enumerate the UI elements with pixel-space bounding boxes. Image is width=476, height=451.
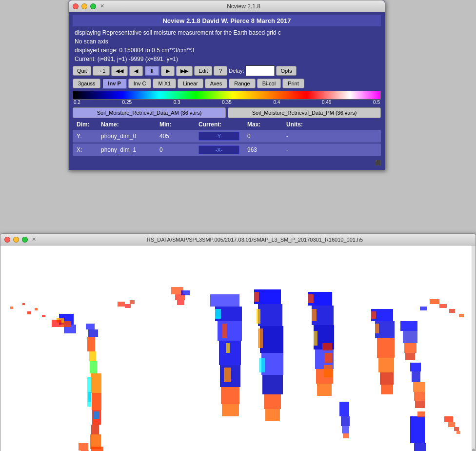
svg-rect-81 xyxy=(410,416,425,443)
svg-rect-25 xyxy=(221,387,239,404)
fastfwd-button[interactable]: ▶▶ xyxy=(176,66,193,76)
svg-rect-11 xyxy=(91,447,103,451)
svg-rect-26 xyxy=(222,404,239,416)
info-line-1: displaying Representative soil moisture … xyxy=(73,28,381,37)
header-title-bar: Ncview 2.1.8 David W. Pierce 8 March 201… xyxy=(73,15,381,26)
top-window-content: Ncview 2.1.8 David W. Pierce 8 March 201… xyxy=(69,12,385,170)
dim-y-current-box: -Y- xyxy=(198,132,239,141)
pause-button[interactable]: ⏸ xyxy=(144,65,159,76)
bottom-titlebar: ✕ RS_DATA/SMAP/SPL3SMP.005/2017.03.01/SM… xyxy=(0,234,476,246)
dim-row-x: X: phony_dim_1 0 -X- 963 - xyxy=(73,144,381,156)
bottom-maximize-button[interactable] xyxy=(22,237,28,243)
svg-rect-78 xyxy=(449,309,455,313)
svg-rect-35 xyxy=(262,375,283,394)
bottom-minimize-button[interactable] xyxy=(13,237,19,243)
svg-rect-29 xyxy=(226,343,230,353)
svg-rect-67 xyxy=(412,371,420,382)
svg-rect-69 xyxy=(414,392,425,401)
svg-rect-73 xyxy=(42,315,45,317)
axes-button[interactable]: Axes xyxy=(205,79,227,88)
svg-rect-3 xyxy=(87,337,95,351)
svg-rect-1 xyxy=(86,324,95,329)
goto1-button[interactable]: →1 xyxy=(93,66,110,76)
svg-rect-75 xyxy=(10,307,13,309)
svg-rect-23 xyxy=(219,341,241,365)
svg-rect-62 xyxy=(400,321,417,331)
svg-rect-96 xyxy=(444,416,453,422)
play-button[interactable]: ▶ xyxy=(161,66,175,76)
svg-rect-97 xyxy=(448,422,455,427)
tick-4: 0.4 xyxy=(273,100,280,105)
dim-y-name: phony_dim_0 xyxy=(97,133,156,140)
quit-button[interactable]: Quit xyxy=(73,66,91,76)
svg-rect-39 xyxy=(257,309,260,324)
svg-rect-94 xyxy=(125,304,131,308)
svg-rect-38 xyxy=(254,292,259,302)
dim-x-units: - xyxy=(282,146,321,153)
dim-x-current[interactable]: -X- xyxy=(195,145,243,154)
minimize-button[interactable] xyxy=(81,3,87,9)
svg-rect-52 xyxy=(325,353,332,363)
bicol-button[interactable]: Bi-col xyxy=(257,79,281,88)
svg-rect-72 xyxy=(35,308,38,310)
prev-button[interactable]: ◀ xyxy=(129,66,143,76)
edit-button[interactable]: Edit xyxy=(194,66,212,76)
colorbar xyxy=(73,91,381,100)
dim-y-units: - xyxy=(282,133,321,140)
tick-5: 0.45 xyxy=(322,100,331,105)
svg-rect-84 xyxy=(417,411,425,417)
svg-rect-86 xyxy=(341,416,350,426)
svg-rect-82 xyxy=(414,443,426,451)
map-visualization xyxy=(0,246,476,451)
svg-rect-92 xyxy=(181,290,190,295)
rewind-button[interactable]: ◀◀ xyxy=(111,66,128,76)
mx1-button[interactable]: M X1 xyxy=(153,79,176,88)
bottom-close-button[interactable] xyxy=(4,237,10,243)
dim-y-current[interactable]: -Y- xyxy=(195,132,243,141)
svg-rect-53 xyxy=(324,365,333,377)
bottom-x-icon: ✕ xyxy=(32,236,36,243)
min-header: Min: xyxy=(156,121,195,128)
opts-button[interactable]: Opts xyxy=(276,66,296,76)
svg-rect-51 xyxy=(322,343,332,350)
tick-1: 0.25 xyxy=(122,100,132,105)
playback-controls: Quit →1 ◀◀ ◀ ⏸ ▶ ▶▶ Edit ? Delay: Opts xyxy=(73,65,381,76)
svg-rect-22 xyxy=(218,321,242,341)
vertical-scrollbar[interactable] xyxy=(472,246,476,451)
svg-rect-5 xyxy=(90,361,97,373)
svg-rect-47 xyxy=(317,384,332,396)
print-button[interactable]: Print xyxy=(282,79,304,88)
svg-rect-36 xyxy=(264,394,281,409)
top-window-title: Ncview 2.1.8 xyxy=(106,3,381,10)
svg-rect-68 xyxy=(413,382,425,392)
dim-y-max: 0 xyxy=(243,133,282,140)
dim-header: Dim: xyxy=(73,121,97,128)
svg-rect-41 xyxy=(259,358,265,372)
close-button[interactable] xyxy=(73,3,79,9)
svg-rect-79 xyxy=(459,314,464,317)
svg-rect-56 xyxy=(377,338,395,358)
linear-button[interactable]: Linear xyxy=(178,79,203,88)
svg-rect-59 xyxy=(381,385,393,394)
colorbar-container: 0.2 0.25 0.3 0.35 0.4 0.45 0.5 xyxy=(73,91,381,104)
svg-rect-57 xyxy=(378,358,394,372)
colorbar-ticks: 0.2 0.25 0.3 0.35 0.4 0.45 0.5 xyxy=(73,100,381,105)
maximize-button[interactable] xyxy=(90,3,96,9)
dim-x-name: phony_dim_1 xyxy=(97,146,156,153)
delay-input[interactable] xyxy=(245,65,275,76)
bottom-window-title: RS_DATA/SMAP/SPL3SMP.005/2017.03.01/SMAP… xyxy=(38,237,472,243)
svg-rect-63 xyxy=(403,331,417,343)
dim-x-label: X: xyxy=(73,146,97,153)
dataset-am-button[interactable]: Soil_Moisture_Retrieval_Data_AM (36 vars… xyxy=(73,107,226,118)
delay-label: Delay: xyxy=(229,68,244,74)
3gauss-button[interactable]: 3gauss xyxy=(73,79,100,88)
range-button[interactable]: Range xyxy=(229,79,255,88)
svg-rect-91 xyxy=(177,300,184,305)
invp-button[interactable]: Inv P xyxy=(102,78,126,89)
invc-button[interactable]: Inv C xyxy=(128,79,152,88)
scrollbar-thumb[interactable] xyxy=(472,449,475,451)
svg-rect-32 xyxy=(258,304,282,326)
dataset-pm-button[interactable]: Soil_Moisture_Retrieval_Data_PM (36 vars… xyxy=(228,107,381,118)
help-button[interactable]: ? xyxy=(214,66,227,76)
svg-rect-9 xyxy=(91,425,99,434)
